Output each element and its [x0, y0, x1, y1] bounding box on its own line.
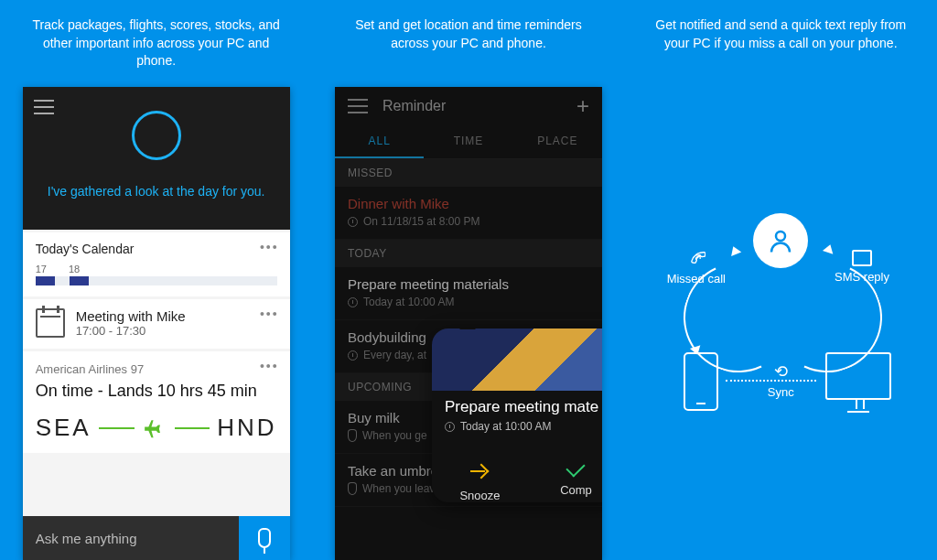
snooze-label: Snooze [459, 489, 500, 502]
more-icon[interactable]: ••• [260, 359, 279, 373]
mic-button[interactable] [239, 516, 290, 560]
clock-icon [445, 422, 455, 432]
sync-dotted-line [726, 380, 816, 382]
snooze-button[interactable]: Snooze [432, 449, 528, 502]
reminder-notification: Prepare meeting mate Today at 10:00 AM S… [432, 328, 602, 502]
reminders-phone: Reminder + ALL TIME PLACE MISSED Dinner … [335, 87, 602, 560]
notification-title: Prepare meeting mate [445, 398, 602, 416]
avatar-icon [753, 213, 808, 268]
svg-point-0 [776, 232, 785, 241]
panel2-caption: Set and get location and time reminders … [321, 0, 615, 87]
pc-stand-icon [847, 402, 869, 413]
mic-icon [258, 528, 271, 548]
notification-art [432, 328, 602, 391]
cortana-subtitle: I've gathered a look at the day for you. [48, 184, 265, 199]
panel3-caption: Get notified and send a quick text reply… [634, 0, 928, 87]
plane-icon [142, 415, 167, 441]
hamburger-icon[interactable] [34, 100, 54, 114]
flight-card[interactable]: ••• American Airlines 97 On time - Lands… [23, 351, 290, 453]
ask-input[interactable]: Ask me anything [23, 531, 239, 546]
arrowhead-icon [823, 242, 835, 253]
calendar-icon [36, 308, 65, 338]
snooze-icon [470, 462, 489, 480]
ask-bar: Ask me anything [23, 516, 290, 560]
calendar-card[interactable]: ••• Today's Calendar 17 18 [23, 232, 290, 296]
panel1-caption: Track packages, flights, scores, stocks,… [9, 0, 303, 87]
check-icon [566, 458, 586, 477]
calendar-card-title: Today's Calendar [36, 242, 277, 256]
sms-icon [852, 250, 872, 266]
complete-label: Comp [560, 483, 592, 497]
sync-diagram: Missed call SMS reply ⟲ Sync [634, 87, 928, 560]
flight-status: On time - Lands 10 hrs 45 min [36, 382, 277, 401]
missed-call-icon [687, 250, 705, 268]
flight-to: HND [217, 414, 276, 442]
meeting-title: Meeting with Mike [76, 308, 186, 324]
meeting-card[interactable]: ••• Meeting with Mike 17:00 - 17:30 [23, 299, 290, 349]
calendar-hour-b: 18 [69, 264, 80, 275]
calendar-timeline [36, 276, 277, 285]
phone-device-icon [684, 352, 718, 411]
complete-button[interactable]: Comp [528, 449, 602, 502]
sync-label: Sync [768, 385, 794, 399]
more-icon[interactable]: ••• [260, 240, 279, 254]
calendar-hour-a: 17 [36, 264, 47, 275]
arrowhead-icon [727, 244, 740, 256]
flight-carrier: American Airlines 97 [36, 362, 277, 376]
meeting-time: 17:00 - 17:30 [76, 324, 186, 338]
notification-sub: Today at 10:00 AM [460, 420, 551, 433]
pc-device-icon [825, 352, 891, 400]
cortana-ring-icon [132, 111, 181, 160]
more-icon[interactable]: ••• [260, 307, 279, 321]
cortana-phone: I've gathered a look at the day for you.… [23, 87, 290, 560]
cortana-header: I've gathered a look at the day for you. [23, 87, 290, 230]
sync-icon: ⟲ [774, 361, 788, 382]
flight-from: SEA [36, 414, 92, 442]
